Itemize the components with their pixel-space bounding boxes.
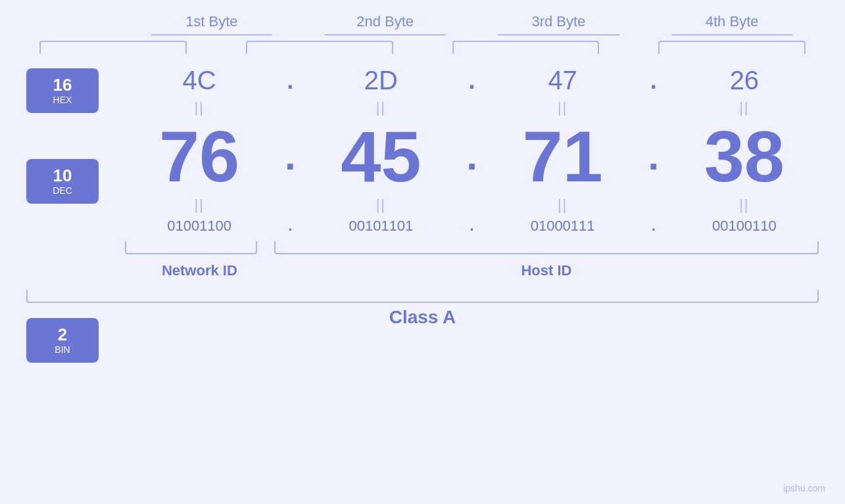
dec-val-1: 76 (125, 120, 274, 193)
rows-wrapper: 16 HEX 4C . 2D . 47 . 26 || || || (26, 62, 819, 279)
eq-3: || (489, 99, 637, 116)
dec-val-4: 38 (670, 120, 819, 193)
dec-dot-3: . (637, 137, 670, 176)
dec-dot-2: . (456, 137, 489, 176)
hex-val-1: 4C (125, 66, 274, 95)
byte-headers: 1st Byte 2nd Byte 3rd Byte 4th Byte (26, 13, 819, 41)
byte-header-3: 3rd Byte (472, 13, 646, 41)
network-bracket (125, 241, 257, 254)
main-container: 1st Byte 2nd Byte 3rd Byte 4th Byte 16 H… (0, 0, 845, 504)
bin-val-1: 01001100 (125, 218, 274, 235)
eq-4: || (670, 99, 819, 116)
hex-val-3: 47 (489, 66, 637, 95)
hex-dot-2: . (456, 67, 489, 95)
equals-hex-dec: || || || || (125, 99, 819, 116)
dec-val-2: 45 (306, 120, 455, 193)
top-bracket-4 (658, 41, 806, 54)
bin-dot-3: . (637, 218, 670, 235)
bin-row-area: 01001100 . 00101101 . 01000111 . 0010011… (26, 214, 819, 239)
top-brackets (26, 41, 819, 54)
dec-val-3: 71 (489, 120, 637, 193)
top-bracket-3 (452, 41, 600, 54)
watermark: ipshu.com (783, 483, 825, 493)
eq-b3: || (489, 196, 637, 214)
eq-b2: || (306, 196, 455, 214)
eq-b4: || (670, 196, 819, 214)
eq-2: || (306, 99, 455, 116)
class-label: Class A (26, 307, 819, 328)
bin-dot-1: . (274, 218, 306, 235)
hex-val-4: 26 (670, 66, 819, 95)
dec-row: 76 . 45 . 71 . 38 (125, 116, 819, 196)
bottom-section: Network ID Host ID (26, 241, 819, 279)
hex-dot-3: . (637, 67, 670, 95)
bin-dot-2: . (456, 218, 489, 235)
class-section: Class A (26, 290, 819, 328)
id-labels-row: Network ID Host ID (125, 262, 819, 279)
class-bracket (26, 290, 819, 303)
bin-val-4: 00100110 (670, 218, 819, 235)
dec-row-area: 76 . 45 . 71 . 38 || || || || (26, 116, 819, 214)
bin-val-2: 00101101 (306, 218, 455, 235)
equals-dec-bin: || || || || (125, 196, 819, 214)
top-bracket-2 (246, 41, 393, 54)
bin-val-3: 01000111 (489, 218, 637, 235)
host-id-label: Host ID (274, 262, 819, 279)
hex-val-2: 2D (306, 66, 455, 95)
eq-b1: || (125, 196, 274, 214)
hex-row: 4C . 2D . 47 . 26 (125, 62, 819, 99)
bin-row: 01001100 . 00101101 . 01000111 . 0010011… (125, 214, 819, 239)
host-bracket (274, 241, 819, 254)
top-bracket-1 (39, 41, 187, 54)
byte-header-4: 4th Byte (645, 13, 819, 41)
hex-dot-1: . (274, 67, 306, 95)
byte-header-1: 1st Byte (125, 13, 299, 41)
eq-1: || (125, 99, 274, 116)
bracket-container (125, 241, 819, 260)
network-id-label: Network ID (125, 262, 274, 279)
dec-dot-1: . (274, 137, 306, 176)
hex-row-area: 4C . 2D . 47 . 26 || || || || (26, 62, 819, 116)
byte-header-2: 2nd Byte (299, 13, 472, 41)
